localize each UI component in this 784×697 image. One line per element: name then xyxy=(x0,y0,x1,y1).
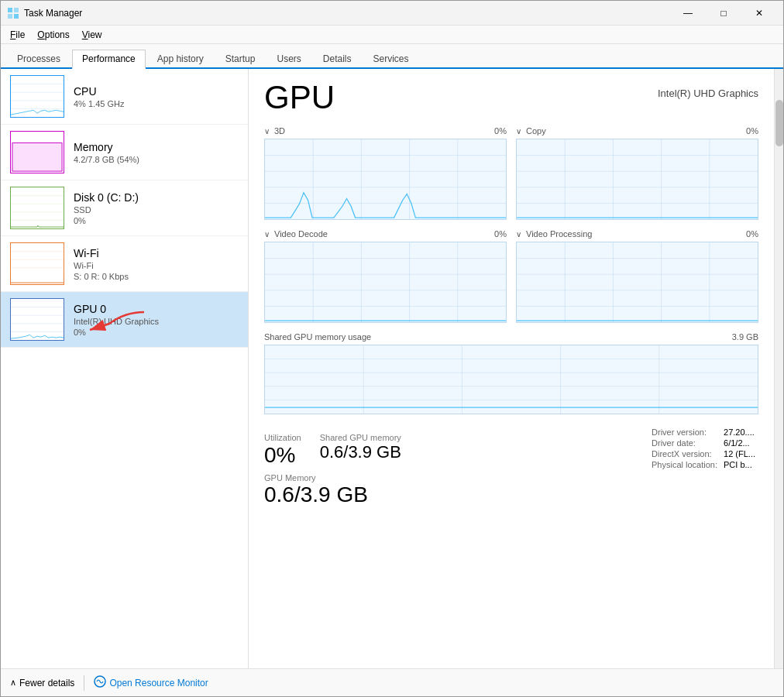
gpu-sub1: Intel(R) UHD Graphics xyxy=(74,317,239,326)
open-resource-monitor-button[interactable]: Open Resource Monitor xyxy=(94,675,208,690)
separator xyxy=(84,675,84,691)
wifi-sub2: S: 0 R: 0 Kbps xyxy=(74,272,239,281)
chart-copy: ∨ Copy 0% xyxy=(516,126,758,220)
fewer-details-button[interactable]: ∧ Fewer details xyxy=(10,678,74,688)
tab-services[interactable]: Services xyxy=(363,50,419,67)
shared-mem-label: Shared GPU memory usage 3.9 GB xyxy=(264,332,758,342)
utilization-value: 0% xyxy=(264,442,301,469)
chart-copy-label: ∨ Copy 0% xyxy=(516,126,758,136)
menu-view[interactable]: View xyxy=(76,28,108,42)
shared-gpu-mem-value: 0.6/3.9 GB xyxy=(320,442,401,462)
app-icon xyxy=(7,7,19,19)
gpu-thumb xyxy=(10,298,64,341)
chart-3d: ∨ 3D 0% xyxy=(264,126,507,220)
chart-video-processing-name: Video Processing xyxy=(526,229,592,239)
open-monitor-label: Open Resource Monitor xyxy=(109,678,208,688)
chart-3d-percent: 0% xyxy=(494,126,507,136)
gpu-subtitle: Intel(R) UHD Graphics xyxy=(658,88,758,99)
content-panel: GPU Intel(R) UHD Graphics ∨ 3D 0% xyxy=(249,69,774,668)
chart-video-decode-percent: 0% xyxy=(494,229,507,239)
chart-video-processing: ∨ Video Processing 0% xyxy=(516,229,758,323)
memory-info: Memory 4.2/7.8 GB (54%) xyxy=(74,141,239,164)
minimize-button[interactable]: — xyxy=(670,1,706,26)
menu-options[interactable]: Options xyxy=(31,28,75,42)
wifi-sub1: Wi-Fi xyxy=(74,261,239,270)
svg-rect-0 xyxy=(8,8,12,12)
sidebar-item-memory[interactable]: Memory 4.2/7.8 GB (54%) xyxy=(1,125,248,180)
sidebar-item-cpu[interactable]: CPU 4% 1.45 GHz xyxy=(1,69,248,125)
tab-performance[interactable]: Performance xyxy=(72,50,146,69)
shared-gpu-mem-label: Shared GPU memory xyxy=(320,433,401,442)
scrollbar[interactable] xyxy=(774,69,783,668)
svg-rect-4 xyxy=(11,76,64,117)
tab-details[interactable]: Details xyxy=(313,50,362,67)
chart-video-decode-box xyxy=(264,242,507,323)
main-area: CPU 4% 1.45 GHz Memory 4.2/7.8 GB (54%) xyxy=(1,69,783,668)
driver-version-label: Driver version: xyxy=(648,427,720,438)
wifi-info: Wi-Fi Wi-Fi S: 0 R: 0 Kbps xyxy=(74,247,239,281)
directx-row: DirectX version: 12 (FL... xyxy=(648,448,758,459)
driver-date-row: Driver date: 6/1/2... xyxy=(648,438,758,448)
wifi-thumb xyxy=(10,242,64,285)
memory-name: Memory xyxy=(74,141,239,153)
tab-users[interactable]: Users xyxy=(266,50,311,67)
chevron-copy-icon: ∨ xyxy=(516,127,521,136)
sidebar-item-wifi[interactable]: Wi-Fi Wi-Fi S: 0 R: 0 Kbps xyxy=(1,236,248,292)
task-manager-window: Task Manager — □ ✕ File Options View Pro… xyxy=(0,0,784,697)
shared-mem-chart xyxy=(264,345,758,414)
chart-3d-name: 3D xyxy=(274,126,285,136)
utilization-label: Utilization xyxy=(264,433,301,442)
gpu-info: GPU 0 Intel(R) UHD Graphics 0% xyxy=(74,303,239,337)
titlebar: Task Manager — □ ✕ xyxy=(1,1,783,26)
physical-location-row: Physical location: PCI b... xyxy=(648,459,758,470)
svg-rect-2 xyxy=(8,14,12,19)
shared-mem-section: Shared GPU memory usage 3.9 GB xyxy=(264,332,758,414)
cpu-name: CPU xyxy=(74,85,239,98)
menubar: File Options View xyxy=(1,26,783,44)
cpu-thumb xyxy=(10,75,64,118)
chart-3d-label: ∨ 3D 0% xyxy=(264,126,507,136)
tab-startup[interactable]: Startup xyxy=(215,50,266,67)
svg-rect-3 xyxy=(14,14,19,19)
physical-location-value: PCI b... xyxy=(720,459,758,470)
chevron-video-processing-icon: ∨ xyxy=(516,230,521,239)
window-title: Task Manager xyxy=(24,8,670,19)
bottom-stats: Utilization 0% Shared GPU memory 0.6/3.9… xyxy=(264,427,758,470)
gpu-mem-value: 0.6/3.9 GB xyxy=(264,482,758,507)
wifi-name: Wi-Fi xyxy=(74,247,239,259)
bottombar: ∧ Fewer details Open Resource Monitor xyxy=(1,668,783,696)
sidebar-item-gpu[interactable]: GPU 0 Intel(R) UHD Graphics 0% xyxy=(1,292,248,348)
memory-thumb xyxy=(10,131,64,173)
chart-video-processing-percent: 0% xyxy=(746,229,758,239)
driver-date-label: Driver date: xyxy=(648,438,720,448)
chevron-3d-icon: ∨ xyxy=(264,127,270,136)
charts-grid: ∨ 3D 0% xyxy=(264,126,758,323)
chart-video-decode-label: ∨ Video Decode 0% xyxy=(264,229,507,239)
tabbar: Processes Performance App history Startu… xyxy=(1,44,783,69)
cpu-sub: 4% 1.45 GHz xyxy=(74,99,239,108)
cpu-info: CPU 4% 1.45 GHz xyxy=(74,85,239,108)
disk-sub2: 0% xyxy=(74,216,239,225)
fewer-details-label: Fewer details xyxy=(19,678,74,688)
directx-label: DirectX version: xyxy=(648,448,720,459)
svg-rect-1 xyxy=(14,8,19,12)
close-button[interactable]: ✕ xyxy=(741,1,777,26)
driver-date-value: 6/1/2... xyxy=(720,438,758,448)
tab-app-history[interactable]: App history xyxy=(147,50,214,67)
chart-video-processing-label: ∨ Video Processing 0% xyxy=(516,229,758,239)
physical-location-label: Physical location: xyxy=(648,459,720,470)
chart-3d-box xyxy=(264,139,507,220)
sidebar-item-disk[interactable]: Disk 0 (C: D:) SSD 0% xyxy=(1,180,248,236)
chart-video-decode-name: Video Decode xyxy=(274,229,328,239)
maximize-button[interactable]: □ xyxy=(706,1,741,26)
shared-mem-value: 3.9 GB xyxy=(732,332,758,342)
disk-thumb xyxy=(10,187,64,229)
shared-mem-title: Shared GPU memory usage xyxy=(264,332,371,342)
monitor-icon xyxy=(94,675,106,690)
driver-version-row: Driver version: 27.20.... xyxy=(648,427,758,438)
scrollbar-thumb[interactable] xyxy=(775,100,783,146)
tab-processes[interactable]: Processes xyxy=(7,50,70,67)
right-stats: Driver version: 27.20.... Driver date: 6… xyxy=(648,427,758,470)
menu-file[interactable]: File xyxy=(4,28,31,42)
gpu-title: GPU xyxy=(264,81,335,114)
